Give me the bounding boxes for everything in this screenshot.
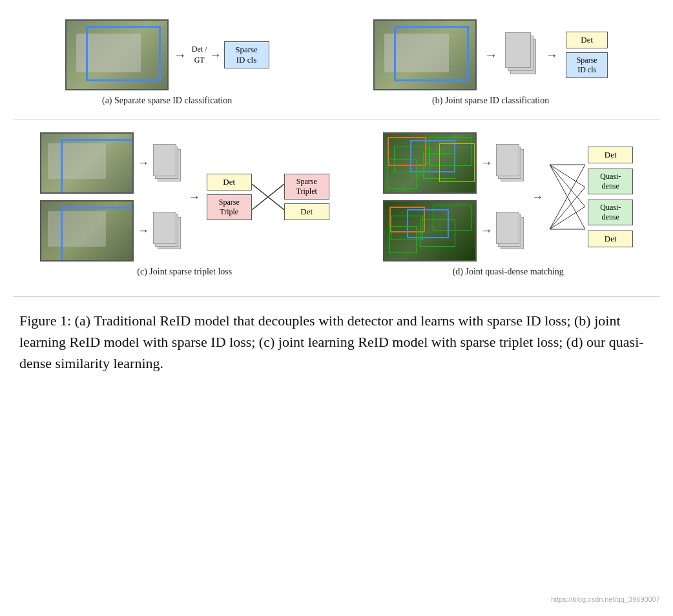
diagram-d-caption: (d) Joint quasi-dense matching — [453, 267, 564, 277]
diagram-d-outputs: Det Quasi-dense Quasi-dense Det — [588, 147, 633, 247]
diagram-c-cross — [252, 158, 284, 236]
diagram-c-det-bottom: Det — [284, 203, 329, 220]
diagram-c-det-top-label: Det — [223, 177, 235, 187]
diagram-c-det-top: Det — [207, 174, 252, 190]
diagram-c-top-image — [40, 132, 134, 194]
diagram-c-sparse-triplet-label: SparseTriplet — [296, 177, 317, 196]
diagram-d-bottom-image — [383, 200, 477, 262]
divider-2 — [13, 296, 660, 297]
diagram-a-det-gt-label: Det /GT — [192, 44, 207, 66]
diagram-c-images: → → — [40, 132, 182, 262]
diagram-d-quasi-dense-1: Quasi-dense — [588, 169, 633, 194]
diagram-d-cross — [550, 145, 585, 249]
diagram-d-det-bottom-label: Det — [605, 234, 617, 243]
diagram-c-bottom-row: → — [40, 200, 182, 262]
diagram-c-sparse-triplet: SparseTriplet — [284, 174, 329, 200]
diagram-c-sparse-triple-label: SparseTriple — [219, 198, 240, 216]
diagram-b-content: → → Det SparseID cls — [373, 19, 608, 90]
figure-caption-text: Figure 1: (a) Traditional ReID model tha… — [19, 313, 644, 371]
svg-line-7 — [550, 187, 585, 229]
svg-line-8 — [550, 207, 585, 229]
diagram-b-id-box: SparseID cls — [566, 52, 608, 78]
diagram-b: → → Det SparseID cls — [373, 19, 608, 106]
diagram-a-caption: (a) Separate sparse ID classification — [102, 96, 232, 106]
diagram-c-bottom-stack — [153, 212, 182, 251]
diagram-d-det-bottom: Det — [588, 231, 633, 247]
diagram-d-top-image — [383, 132, 477, 194]
diagram-b-caption: (b) Joint sparse ID classification — [432, 96, 549, 106]
diagram-c-det-bottom-label: Det — [300, 207, 313, 216]
diagram-d-images: → — [383, 132, 525, 262]
diagram-c-caption: (c) Joint sparse triplet loss — [137, 267, 232, 277]
svg-line-3 — [550, 165, 585, 187]
diagram-a-arrow — [174, 48, 187, 63]
diagram-a-output-label: SparseID cls — [235, 45, 258, 65]
diagram-c-top-row: → — [40, 132, 182, 194]
diagram-c: → → — [40, 132, 329, 277]
divider — [13, 119, 660, 119]
diagram-a-output-box: SparseID cls — [224, 41, 269, 68]
top-row: Det /GT → SparseID cls (a) Separate spar… — [13, 13, 660, 112]
diagram-c-output-area: Det SparseTriple — [207, 158, 329, 236]
diagram-d-quasi-dense-2: Quasi-dense — [588, 200, 633, 225]
watermark-text: https://blog.csdn.net/qq_39690007 — [551, 595, 660, 603]
diagram-c-content: → → — [40, 132, 329, 262]
diagram-d-det-top: Det — [588, 147, 633, 163]
diagram-b-outputs: Det SparseID cls — [566, 32, 608, 78]
diagram-a-image — [65, 19, 169, 90]
diagram-d-top-stack — [496, 144, 525, 183]
diagram-c-top-stack — [153, 144, 182, 183]
diagram-c-left-outputs: Det SparseTriple — [207, 174, 252, 220]
diagram-b-id-label: SparseID cls — [577, 56, 597, 74]
diagram-d-top-row: → — [383, 132, 525, 194]
diagram-c-right-outputs: SparseTriplet Det — [284, 174, 329, 220]
svg-line-4 — [550, 165, 585, 207]
diagram-d-content: → — [383, 132, 633, 262]
diagram-d-det-top-label: Det — [605, 150, 617, 159]
diagram-c-sparse-triple: SparseTriple — [207, 194, 252, 220]
diagram-d-quasi-dense-2-label: Quasi-dense — [600, 203, 621, 221]
figure-caption: Figure 1: (a) Traditional ReID model tha… — [13, 310, 660, 374]
diagram-d-quasi-dense-1-label: Quasi-dense — [600, 172, 621, 190]
diagram-d-bottom-row: → — [383, 200, 525, 262]
diagram-b-det-box: Det — [566, 32, 608, 48]
main-container: Det /GT → SparseID cls (a) Separate spar… — [13, 13, 660, 374]
diagram-b-image — [373, 19, 477, 90]
bottom-row: → → — [13, 126, 660, 283]
diagram-d: → — [383, 132, 633, 277]
diagram-a-content: Det /GT → SparseID cls — [65, 19, 269, 90]
watermark: https://blog.csdn.net/qq_39690007 — [551, 595, 660, 603]
diagram-d-bottom-stack — [496, 212, 525, 251]
diagram-c-bottom-image — [40, 200, 134, 262]
diagram-d-output-area: Det Quasi-dense Quasi-dense Det — [550, 145, 633, 249]
diagram-b-feature-stack — [505, 32, 537, 77]
diagram-b-det-label: Det — [581, 35, 593, 45]
diagram-a: Det /GT → SparseID cls (a) Separate spar… — [65, 19, 269, 106]
